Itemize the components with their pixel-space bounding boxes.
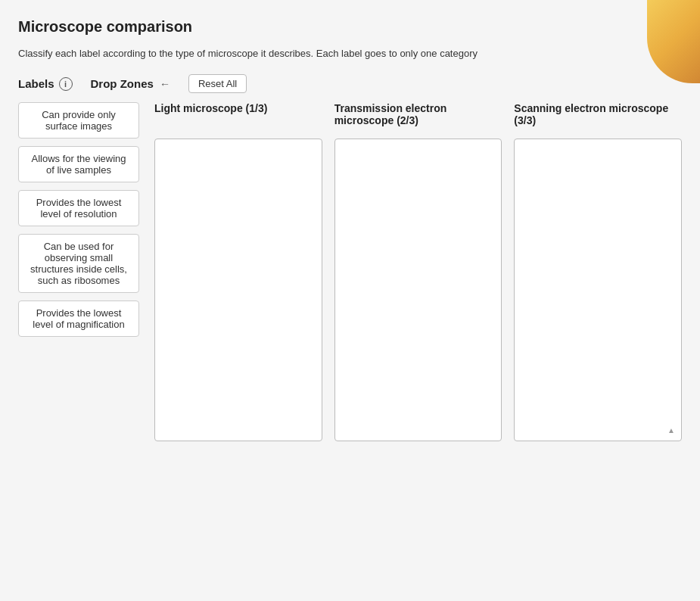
page-title: Microscope comparison xyxy=(18,18,682,36)
label-card-5[interactable]: Provides the lowest level of magnificati… xyxy=(18,300,139,337)
drop-zones-section-label: Drop Zones ← xyxy=(91,77,170,90)
drop-zone-header-2: Transmission electron microscope (2/3) xyxy=(334,102,502,132)
drop-zone-box-3[interactable] xyxy=(514,139,682,441)
drop-zone-container-3: Scanning electron microscope (3/3) xyxy=(514,102,682,441)
instruction-text: Classify each label according to the typ… xyxy=(18,48,548,59)
label-card-4[interactable]: Can be used for observing small structur… xyxy=(18,234,139,293)
labels-column: Can provide only surface imagesAllows fo… xyxy=(18,102,139,337)
drop-zone-header-3: Scanning electron microscope (3/3) xyxy=(514,102,682,132)
reset-all-button[interactable]: Reset All xyxy=(188,74,247,93)
cursor-decoration xyxy=(609,0,700,91)
drop-zone-container-2: Transmission electron microscope (2/3) xyxy=(334,102,502,441)
drop-zone-box-1[interactable] xyxy=(154,139,322,441)
drop-zones-area: Light microscope (1/3)Transmission elect… xyxy=(154,102,682,441)
arrow-left-icon: ← xyxy=(160,78,170,90)
label-card-3[interactable]: Provides the lowest level of resolution xyxy=(18,190,139,226)
drop-zone-header-1: Light microscope (1/3) xyxy=(154,102,322,132)
labels-section-label: Labels i xyxy=(18,77,73,91)
info-icon[interactable]: i xyxy=(59,77,73,91)
drop-zone-box-2[interactable] xyxy=(334,139,502,441)
drop-zone-container-1: Light microscope (1/3) xyxy=(154,102,322,441)
label-card-1[interactable]: Can provide only surface images xyxy=(18,102,139,139)
toolbar: Labels i Drop Zones ← Reset All xyxy=(18,74,682,93)
main-content: Can provide only surface imagesAllows fo… xyxy=(18,102,682,441)
label-card-2[interactable]: Allows for the viewing of live samples xyxy=(18,146,139,182)
